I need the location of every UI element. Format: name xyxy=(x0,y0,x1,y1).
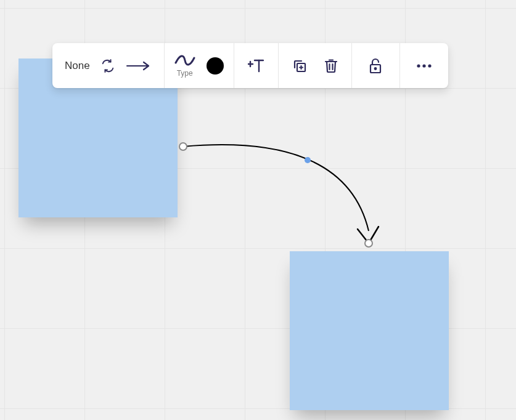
line-style-group[interactable]: None xyxy=(52,43,165,88)
more-icon xyxy=(416,63,432,68)
context-toolbar: None xyxy=(52,43,448,88)
svg-point-16 xyxy=(428,64,431,67)
svg-point-15 xyxy=(422,64,425,67)
unlock-icon xyxy=(369,58,382,74)
swap-icon xyxy=(101,59,115,73)
type-label: Type xyxy=(177,69,193,78)
curve-icon xyxy=(174,54,195,67)
duplicate-icon[interactable] xyxy=(292,59,307,73)
sticky-note[interactable] xyxy=(290,251,449,410)
add-text-icon xyxy=(248,59,264,73)
canvas[interactable]: None xyxy=(0,0,516,420)
unlock-button[interactable] xyxy=(352,43,400,88)
arrow-right-icon xyxy=(126,60,152,72)
connector-midpoint-handle[interactable] xyxy=(305,157,311,163)
line-type-group[interactable]: Type xyxy=(165,43,234,88)
more-button[interactable] xyxy=(400,43,448,88)
connector-start-handle[interactable] xyxy=(179,142,187,151)
connector-end-handle[interactable] xyxy=(364,239,373,248)
svg-point-13 xyxy=(375,68,377,70)
color-swatch[interactable] xyxy=(207,57,224,75)
trash-icon[interactable] xyxy=(324,59,338,73)
line-style-label: None xyxy=(65,60,90,72)
add-text-button[interactable] xyxy=(234,43,279,88)
svg-point-14 xyxy=(417,64,420,67)
